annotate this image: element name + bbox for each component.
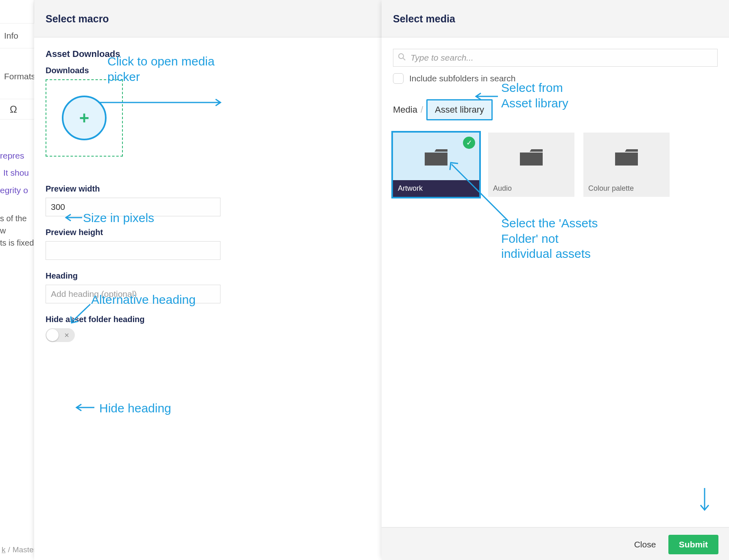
preview-width-input[interactable] [46, 198, 220, 216]
crumb-media[interactable]: Media [393, 105, 417, 115]
media-tile-artwork[interactable]: ✓ Artwork [393, 133, 479, 197]
crumb-sep: / [8, 545, 10, 554]
heading-input[interactable] [46, 285, 220, 303]
bg-text: s of the w [0, 212, 34, 237]
preview-height-label: Preview height [46, 228, 370, 237]
preview-height-input[interactable] [46, 241, 220, 260]
panel-title-macro: Select macro [34, 0, 382, 37]
bg-tab-formats: Formats [0, 65, 34, 88]
toggle-knob [46, 329, 59, 341]
svg-rect-6 [425, 153, 447, 166]
downloads-label: Downloads [46, 66, 370, 75]
svg-line-5 [403, 58, 405, 60]
annotation-arrow [72, 401, 97, 414]
hide-heading-label: Hide asset folder heading [46, 315, 370, 324]
folder-icon [424, 147, 448, 166]
breadcrumb: Media / Asset library [393, 99, 718, 120]
annotation-select-folder: Select the 'Assets Folder' not individua… [501, 216, 611, 261]
search-input[interactable] [393, 49, 718, 67]
heading-label: Heading [46, 271, 370, 281]
folder-icon [614, 147, 639, 166]
select-macro-panel: Select macro Asset Downloads Downloads +… [34, 0, 382, 560]
media-picker-add[interactable]: + [46, 79, 123, 157]
omega-icon: Ω [0, 99, 34, 120]
search-field[interactable] [393, 49, 718, 67]
tile-caption: Colour palette [583, 180, 670, 197]
search-icon [398, 53, 406, 63]
tile-caption: Audio [488, 180, 574, 197]
close-button[interactable]: Close [624, 535, 667, 554]
select-media-panel: Select media Include subfolders in searc… [382, 0, 729, 560]
bg-text: repres [0, 147, 34, 164]
svg-point-4 [399, 54, 404, 59]
bg-text: It shou [3, 164, 34, 181]
hide-heading-toggle[interactable]: × [46, 328, 75, 342]
crumb-sep: / [421, 105, 423, 115]
media-tile-colour-palette[interactable]: Colour palette [583, 133, 670, 197]
bg-text: egrity o [0, 182, 34, 199]
section-asset-downloads: Asset Downloads [46, 49, 370, 59]
annotation-hide-heading: Hide heading [99, 401, 171, 416]
crumb-master: Master [13, 545, 36, 554]
annotation-down-arrow-icon [696, 486, 713, 515]
bg-text: ts is fixed [0, 237, 34, 249]
media-tile-audio[interactable]: Audio [488, 133, 574, 197]
submit-button[interactable]: Submit [668, 535, 718, 554]
crumb-k: k [2, 545, 6, 554]
preview-width-label: Preview width [46, 184, 370, 194]
toggle-off-icon: × [64, 331, 69, 340]
include-subfolders-label: Include subfolders in search [409, 74, 516, 83]
tile-caption: Artwork [393, 180, 479, 197]
svg-rect-8 [615, 153, 638, 166]
selected-check-icon: ✓ [463, 137, 475, 149]
include-subfolders-checkbox[interactable] [393, 73, 404, 84]
bg-tab-info: Info [0, 24, 34, 48]
folder-icon [519, 147, 543, 166]
svg-rect-7 [520, 153, 543, 166]
panel-title-media: Select media [382, 0, 729, 37]
plus-icon: + [62, 96, 107, 140]
crumb-asset-library[interactable]: Asset library [426, 99, 493, 120]
